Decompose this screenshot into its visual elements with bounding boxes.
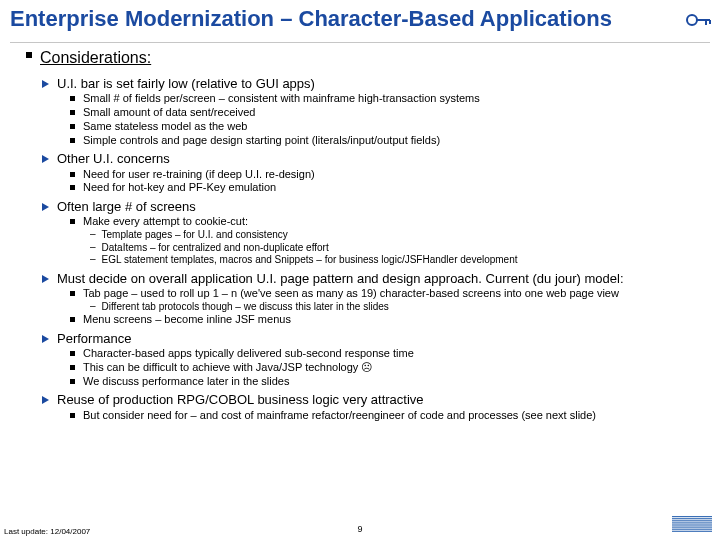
list-item: –Different tab protocols though – we dis… xyxy=(90,301,706,314)
bullet-square-icon xyxy=(70,172,75,177)
list-item: Make every attempt to cookie-cut: xyxy=(70,215,706,229)
list-item: Need for user re-training (if deep U.I. … xyxy=(70,168,706,182)
title-divider xyxy=(10,42,710,43)
list-item: Same stateless model as the web xyxy=(70,120,706,134)
topic-performance: Performance xyxy=(42,331,706,347)
text: Different tab protocols though – we disc… xyxy=(102,301,389,314)
bullet-triangle-icon xyxy=(42,80,49,88)
text: But consider need for – and cost of main… xyxy=(83,409,596,423)
slide: Enterprise Modernization – Character-Bas… xyxy=(0,0,720,540)
text: Need for hot-key and PF-Key emulation xyxy=(83,181,276,195)
ibm-logo xyxy=(672,516,712,532)
list-item: Small amount of data sent/received xyxy=(70,106,706,120)
bullet-square-icon xyxy=(70,219,75,224)
text: Small # of fields per/screen – consisten… xyxy=(83,92,480,106)
bullet-dash-icon: – xyxy=(90,300,96,313)
bullet-square-icon xyxy=(70,365,75,370)
text: Menu screens – become inline JSF menus xyxy=(83,313,291,327)
bullet-square-icon xyxy=(70,379,75,384)
svg-rect-8 xyxy=(672,524,712,525)
text: Other U.I. concerns xyxy=(57,151,170,167)
topic-page-pattern: Must decide on overall application U.I. … xyxy=(42,271,706,287)
bullet-square-icon xyxy=(70,351,75,356)
text: Reuse of production RPG/COBOL business l… xyxy=(57,392,424,408)
svg-rect-7 xyxy=(672,522,712,523)
text: Template pages – for U.I. and consistenc… xyxy=(102,229,288,242)
page-number: 9 xyxy=(0,524,720,534)
bullet-dash-icon: – xyxy=(90,241,96,254)
text: Performance xyxy=(57,331,131,347)
bullet-dash-icon: – xyxy=(90,253,96,266)
bullet-square-icon xyxy=(70,124,75,129)
svg-rect-5 xyxy=(672,518,712,519)
considerations-heading-row: Considerations: xyxy=(26,48,706,72)
svg-rect-11 xyxy=(672,531,712,532)
list-item: We discuss performance later in the slid… xyxy=(70,375,706,389)
bullet-square-icon xyxy=(70,291,75,296)
list-item: Need for hot-key and PF-Key emulation xyxy=(70,181,706,195)
bullet-square-icon xyxy=(70,138,75,143)
bullet-triangle-icon xyxy=(42,396,49,404)
topic-reuse-logic: Reuse of production RPG/COBOL business l… xyxy=(42,392,706,408)
list-item: Small # of fields per/screen – consisten… xyxy=(70,92,706,106)
considerations-heading: Considerations: xyxy=(40,48,151,68)
text: Must decide on overall application U.I. … xyxy=(57,271,624,287)
list-item: But consider need for – and cost of main… xyxy=(70,409,706,423)
bullet-square-icon xyxy=(70,413,75,418)
svg-rect-10 xyxy=(672,529,712,530)
text: EGL statement templates, macros and Snip… xyxy=(102,254,518,267)
text: Tab page – used to roll up 1 – n (we've … xyxy=(83,287,619,301)
list-item: –EGL statement templates, macros and Sni… xyxy=(90,254,706,267)
svg-point-0 xyxy=(687,15,697,25)
svg-rect-4 xyxy=(672,516,712,517)
topic-large-screens: Often large # of screens xyxy=(42,199,706,215)
list-item: Tab page – used to roll up 1 – n (we've … xyxy=(70,287,706,301)
text: Often large # of screens xyxy=(57,199,196,215)
bullet-square-icon xyxy=(70,110,75,115)
bullet-square-icon xyxy=(70,185,75,190)
text: Character-based apps typically delivered… xyxy=(83,347,414,361)
bullet-triangle-icon xyxy=(42,275,49,283)
text: Same stateless model as the web xyxy=(83,120,247,134)
key-icon xyxy=(686,12,712,28)
bullet-triangle-icon xyxy=(42,203,49,211)
list-item: This can be difficult to achieve with Ja… xyxy=(70,361,706,375)
text: We discuss performance later in the slid… xyxy=(83,375,289,389)
text: This can be difficult to achieve with Ja… xyxy=(83,361,372,375)
bullet-triangle-icon xyxy=(42,155,49,163)
text: Need for user re-training (if deep U.I. … xyxy=(83,168,315,182)
text: Small amount of data sent/received xyxy=(83,106,255,120)
list-item: Character-based apps typically delivered… xyxy=(70,347,706,361)
list-item: Simple controls and page design starting… xyxy=(70,134,706,148)
bullet-triangle-icon xyxy=(42,335,49,343)
bullet-square-icon xyxy=(70,96,75,101)
list-item: –Template pages – for U.I. and consisten… xyxy=(90,229,706,242)
text: Simple controls and page design starting… xyxy=(83,134,440,148)
list-item: Menu screens – become inline JSF menus xyxy=(70,313,706,327)
slide-content: Considerations: U.I. bar is set fairly l… xyxy=(26,48,706,422)
bullet-square-icon xyxy=(70,317,75,322)
text: DataItems – for centralized and non-dupl… xyxy=(102,242,329,255)
text: U.I. bar is set fairly low (relative to … xyxy=(57,76,315,92)
svg-rect-6 xyxy=(672,520,712,521)
topic-other-ui: Other U.I. concerns xyxy=(42,151,706,167)
svg-rect-9 xyxy=(672,527,712,528)
slide-title: Enterprise Modernization – Character-Bas… xyxy=(10,6,612,32)
bullet-dash-icon: – xyxy=(90,228,96,241)
topic-ui-bar: U.I. bar is set fairly low (relative to … xyxy=(42,76,706,92)
text: Make every attempt to cookie-cut: xyxy=(83,215,248,229)
bullet-square-icon xyxy=(26,52,32,58)
list-item: –DataItems – for centralized and non-dup… xyxy=(90,242,706,255)
